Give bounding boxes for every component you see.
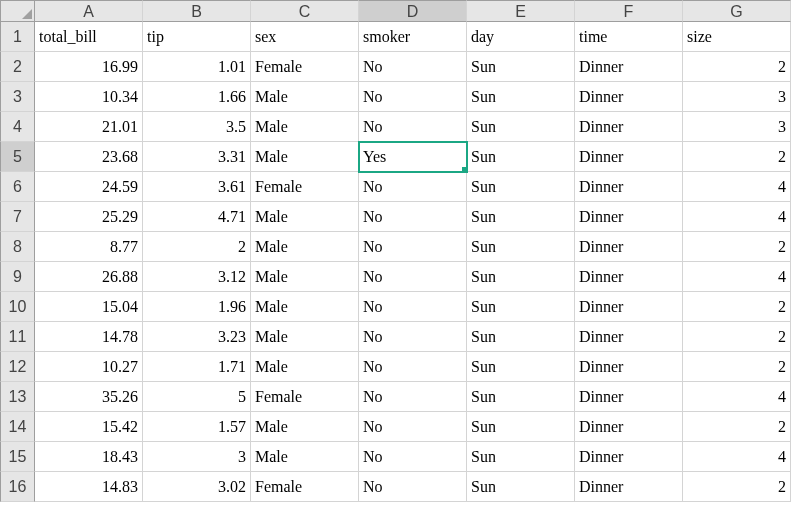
cell-C10[interactable]: Male — [251, 292, 359, 322]
cell-D8[interactable]: No — [359, 232, 467, 262]
cell-A13[interactable]: 35.26 — [35, 382, 143, 412]
row-head-15[interactable]: 15 — [0, 442, 35, 472]
cell-B15[interactable]: 3 — [143, 442, 251, 472]
cell-E11[interactable]: Sun — [467, 322, 575, 352]
cell-F4[interactable]: Dinner — [575, 112, 683, 142]
cell-F13[interactable]: Dinner — [575, 382, 683, 412]
cell-G9[interactable]: 4 — [683, 262, 791, 292]
cell-E5[interactable]: Sun — [467, 142, 575, 172]
cell-G16[interactable]: 2 — [683, 472, 791, 502]
cell-G2[interactable]: 2 — [683, 52, 791, 82]
header-cell[interactable]: smoker — [359, 22, 467, 52]
cell-A12[interactable]: 10.27 — [35, 352, 143, 382]
cell-E9[interactable]: Sun — [467, 262, 575, 292]
header-cell[interactable]: day — [467, 22, 575, 52]
cell-D9[interactable]: No — [359, 262, 467, 292]
cell-B5[interactable]: 3.31 — [143, 142, 251, 172]
header-cell[interactable]: tip — [143, 22, 251, 52]
select-all-corner[interactable] — [0, 0, 35, 22]
row-head-10[interactable]: 10 — [0, 292, 35, 322]
cell-F11[interactable]: Dinner — [575, 322, 683, 352]
cell-E16[interactable]: Sun — [467, 472, 575, 502]
col-head-e[interactable]: E — [467, 0, 575, 22]
row-head-1[interactable]: 1 — [0, 22, 35, 52]
cell-G14[interactable]: 2 — [683, 412, 791, 442]
cell-G6[interactable]: 4 — [683, 172, 791, 202]
cell-D15[interactable]: No — [359, 442, 467, 472]
cell-B16[interactable]: 3.02 — [143, 472, 251, 502]
cell-F3[interactable]: Dinner — [575, 82, 683, 112]
cell-A9[interactable]: 26.88 — [35, 262, 143, 292]
row-head-14[interactable]: 14 — [0, 412, 35, 442]
cell-C14[interactable]: Male — [251, 412, 359, 442]
cell-B10[interactable]: 1.96 — [143, 292, 251, 322]
cell-C11[interactable]: Male — [251, 322, 359, 352]
cell-F12[interactable]: Dinner — [575, 352, 683, 382]
row-head-5[interactable]: 5 — [0, 142, 35, 172]
cell-D2[interactable]: No — [359, 52, 467, 82]
cell-F10[interactable]: Dinner — [575, 292, 683, 322]
cell-D4[interactable]: No — [359, 112, 467, 142]
cell-B8[interactable]: 2 — [143, 232, 251, 262]
cell-C7[interactable]: Male — [251, 202, 359, 232]
cell-D6[interactable]: No — [359, 172, 467, 202]
cell-B14[interactable]: 1.57 — [143, 412, 251, 442]
row-head-16[interactable]: 16 — [0, 472, 35, 502]
cell-C2[interactable]: Female — [251, 52, 359, 82]
cell-E4[interactable]: Sun — [467, 112, 575, 142]
cell-B13[interactable]: 5 — [143, 382, 251, 412]
cell-B6[interactable]: 3.61 — [143, 172, 251, 202]
cell-F2[interactable]: Dinner — [575, 52, 683, 82]
row-head-8[interactable]: 8 — [0, 232, 35, 262]
cell-C5[interactable]: Male — [251, 142, 359, 172]
col-head-a[interactable]: A — [35, 0, 143, 22]
cell-G8[interactable]: 2 — [683, 232, 791, 262]
cell-A6[interactable]: 24.59 — [35, 172, 143, 202]
cell-A14[interactable]: 15.42 — [35, 412, 143, 442]
cell-E3[interactable]: Sun — [467, 82, 575, 112]
cell-E7[interactable]: Sun — [467, 202, 575, 232]
cell-G10[interactable]: 2 — [683, 292, 791, 322]
cell-B11[interactable]: 3.23 — [143, 322, 251, 352]
row-head-9[interactable]: 9 — [0, 262, 35, 292]
cell-E14[interactable]: Sun — [467, 412, 575, 442]
cell-C8[interactable]: Male — [251, 232, 359, 262]
cell-E2[interactable]: Sun — [467, 52, 575, 82]
cell-C6[interactable]: Female — [251, 172, 359, 202]
cell-F9[interactable]: Dinner — [575, 262, 683, 292]
cell-A3[interactable]: 10.34 — [35, 82, 143, 112]
cell-E12[interactable]: Sun — [467, 352, 575, 382]
cell-A16[interactable]: 14.83 — [35, 472, 143, 502]
cell-D14[interactable]: No — [359, 412, 467, 442]
header-cell[interactable]: sex — [251, 22, 359, 52]
cell-E8[interactable]: Sun — [467, 232, 575, 262]
cell-F14[interactable]: Dinner — [575, 412, 683, 442]
cell-D10[interactable]: No — [359, 292, 467, 322]
row-head-4[interactable]: 4 — [0, 112, 35, 142]
row-head-7[interactable]: 7 — [0, 202, 35, 232]
cell-B7[interactable]: 4.71 — [143, 202, 251, 232]
cell-B4[interactable]: 3.5 — [143, 112, 251, 142]
cell-B2[interactable]: 1.01 — [143, 52, 251, 82]
row-head-13[interactable]: 13 — [0, 382, 35, 412]
cell-C3[interactable]: Male — [251, 82, 359, 112]
cell-G12[interactable]: 2 — [683, 352, 791, 382]
cell-A11[interactable]: 14.78 — [35, 322, 143, 352]
col-head-d[interactable]: D — [359, 0, 467, 22]
cell-B3[interactable]: 1.66 — [143, 82, 251, 112]
cell-D11[interactable]: No — [359, 322, 467, 352]
row-head-12[interactable]: 12 — [0, 352, 35, 382]
cell-F15[interactable]: Dinner — [575, 442, 683, 472]
cell-C4[interactable]: Male — [251, 112, 359, 142]
cell-G4[interactable]: 3 — [683, 112, 791, 142]
cell-E6[interactable]: Sun — [467, 172, 575, 202]
cell-D7[interactable]: No — [359, 202, 467, 232]
cell-C12[interactable]: Male — [251, 352, 359, 382]
row-head-6[interactable]: 6 — [0, 172, 35, 202]
cell-D13[interactable]: No — [359, 382, 467, 412]
cell-G11[interactable]: 2 — [683, 322, 791, 352]
cell-D16[interactable]: No — [359, 472, 467, 502]
cell-A5[interactable]: 23.68 — [35, 142, 143, 172]
cell-F5[interactable]: Dinner — [575, 142, 683, 172]
row-head-2[interactable]: 2 — [0, 52, 35, 82]
